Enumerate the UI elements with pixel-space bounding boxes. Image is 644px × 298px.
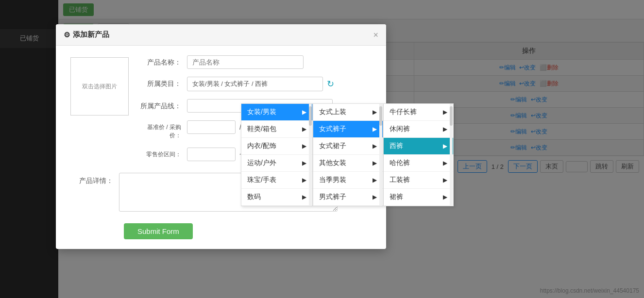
menu-label: 哈伦裤 [390,159,410,167]
menu-item-culottes[interactable]: 裙裤 ▶ [384,189,453,206]
menu-item-female-pants[interactable]: 女式裤子 ▶ [313,121,383,138]
arrow-icon: ▶ [373,109,377,116]
menu-label: 珠宝/手表 [247,176,276,184]
category-display[interactable]: 女装/男装 / 女式裤子 / 西裤 [187,77,323,91]
category-label: 所属类目： [138,77,187,88]
menu-item-season-male[interactable]: 当季男装 ▶ [313,172,383,189]
arrow-icon: ▶ [302,126,306,132]
submit-row: Submit Form [70,221,372,239]
menu-label: 当季男装 [319,176,346,184]
modal-title-text: 添加新产品 [73,30,109,39]
menu-item-jewelry[interactable]: 珠宝/手表 ▶ [241,172,312,189]
submit-button[interactable]: Submit Form [124,223,193,239]
retail-min-input[interactable] [187,148,236,161]
arrow-icon: ▶ [373,126,377,132]
product-name-input[interactable] [187,55,304,69]
menu-item-digital[interactable]: 数码 ▶ [241,189,312,206]
arrow-icon: ▶ [302,143,306,149]
menu-item-male-pants[interactable]: 男式裤子 ▶ [313,189,383,206]
menu-label: 女装/男装 [247,108,276,116]
menu-label: 休闲裤 [390,125,410,133]
gear-icon: ⚙ [64,31,70,39]
base-price-input[interactable] [187,120,236,134]
arrow-icon: ▶ [302,177,306,183]
menu-label: 工装裤 [390,176,410,184]
category-row-inner: 女装/男装 / 女式裤子 / 西裤 ↻ [187,77,372,91]
category-row: 所属类目： 女装/男装 / 女式裤子 / 西裤 ↻ [138,77,372,91]
modal-title: ⚙ 添加新产品 [64,30,109,39]
arrow-icon: ▶ [443,109,447,116]
arrow-icon: ▶ [373,143,377,149]
image-placeholder[interactable]: 双击选择图片 [70,57,129,116]
menu-label: 运动/户外 [247,159,276,167]
dropdown-container: 女装/男装 ▶ 鞋类/箱包 ▶ 内衣/配饰 ▶ 运动/户外 ▶ 珠宝/手表 ▶ … [241,103,454,206]
menu-label: 西裤 [390,142,403,150]
menu-label: 女式上装 [319,108,346,116]
menu-label: 裙裤 [390,193,403,201]
arrow-icon: ▶ [373,177,377,183]
arrow-icon: ▶ [443,160,447,166]
close-icon[interactable]: × [373,31,378,39]
menu-item-female-skirt[interactable]: 女式裙子 ▶ [313,138,383,155]
arrow-icon: ▶ [302,109,306,116]
arrow-icon: ▶ [443,143,447,149]
menu-label: 女式裤子 [319,125,346,133]
category-field: 女装/男装 / 女式裤子 / 西裤 ↻ [187,77,372,91]
menu-label: 男式裤子 [319,193,346,201]
arrow-icon: ▶ [302,160,306,166]
menu-item-jeans[interactable]: 牛仔长裤 ▶ [384,104,453,121]
arrow-icon: ▶ [443,126,447,132]
menu-item-nv-nan[interactable]: 女装/男装 ▶ [241,104,312,121]
base-price-label: 基准价 / 采购价： [138,120,187,140]
menu-item-cargo-pants[interactable]: 工装裤 ▶ [384,172,453,189]
arrow-icon: ▶ [443,177,447,183]
menu-item-shoes[interactable]: 鞋类/箱包 ▶ [241,121,312,138]
name-label: 产品名称： [138,55,187,67]
menu-item-sports[interactable]: 运动/户外 ▶ [241,155,312,172]
image-label: 双击选择图片 [82,83,117,91]
menu-item-other-female[interactable]: 其他女装 ▶ [313,155,383,172]
menu-label: 鞋类/箱包 [247,125,276,133]
name-field [187,55,372,69]
menu-item-casual-pants[interactable]: 休闲裤 ▶ [384,121,453,138]
dropdown-level2: 女式上装 ▶ 女式裤子 ▶ 女式裙子 ▶ 其他女装 ▶ 当季男装 ▶ 男式裤子 … [313,103,383,206]
arrow-icon: ▶ [443,194,447,200]
arrow-icon: ▶ [373,160,377,166]
name-row: 产品名称： [138,55,372,69]
menu-item-female-top[interactable]: 女式上装 ▶ [313,104,383,121]
menu-item-harem-pants[interactable]: 哈伦裤 ▶ [384,155,453,172]
menu-label: 其他女装 [319,159,346,167]
modal-header: ⚙ 添加新产品 × [56,24,386,46]
refresh-category-icon[interactable]: ↻ [327,79,334,89]
menu-item-underwear[interactable]: 内衣/配饰 ▶ [241,138,312,155]
arrow-icon: ▶ [302,194,306,200]
dropdown-level1: 女装/男装 ▶ 鞋类/箱包 ▶ 内衣/配饰 ▶ 运动/户外 ▶ 珠宝/手表 ▶ … [241,103,313,206]
dropdown-level3: 牛仔长裤 ▶ 休闲裤 ▶ 西裤 ▶ 哈伦裤 ▶ 工装裤 ▶ 裙裤 ▶ [383,103,454,206]
menu-label: 数码 [247,193,261,201]
menu-label: 女式裙子 [319,142,346,150]
retail-price-label: 零售价区间： [138,148,187,159]
menu-item-formal-pants[interactable]: 西裤 ▶ [384,138,453,155]
product-line-label: 所属产品线： [138,99,187,111]
detail-label: 产品详情： [70,173,119,185]
menu-label: 内衣/配饰 [247,142,276,150]
arrow-icon: ▶ [373,194,377,200]
menu-label: 牛仔长裤 [390,108,417,116]
